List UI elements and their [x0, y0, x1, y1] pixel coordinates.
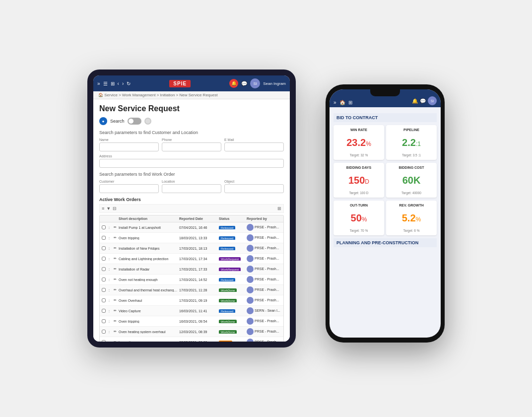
td-checkbox[interactable]: [102, 257, 109, 261]
table-row[interactable]: : ✏ Overhaul and thermal heat exchange r…: [100, 285, 283, 295]
object-select[interactable]: [224, 184, 284, 193]
td-reporter: PRSE - Prash...: [247, 255, 281, 262]
td-col1: :: [109, 299, 114, 302]
metric-card: BIDDING COST 60K Target: 40000: [386, 163, 437, 198]
td-col1: :: [109, 320, 114, 323]
table-row[interactable]: : ✏ Oven Overhaul 17/03/2021, 09:19 Work…: [100, 295, 283, 306]
forward-icon[interactable]: ›: [122, 81, 124, 86]
td-checkbox[interactable]: [102, 267, 109, 272]
phone-messages-icon[interactable]: 💬: [420, 98, 426, 104]
td-status: WorkDone: [219, 288, 247, 292]
td-checkbox[interactable]: [102, 236, 109, 240]
td-edit-icon[interactable]: ✏: [114, 236, 119, 240]
td-desc: Installation of New Fridges: [119, 247, 179, 250]
table-row[interactable]: : ✏ Oven tripping 18/03/2021, 13:33 Rele…: [100, 233, 283, 243]
menu-icon[interactable]: ☰: [103, 81, 108, 86]
td-date: 17/03/2021, 11:28: [179, 288, 219, 292]
phone-wrapper: » 🏠 ⊞ 🔔 💬 SI BID TO CONTRACT WIN RATE 23…: [326, 84, 445, 343]
td-reporter: PRSE - Prash...: [247, 328, 281, 335]
td-status: WorkDone: [219, 330, 247, 334]
email-field: E Mail: [224, 138, 284, 151]
phone-notch: [370, 89, 400, 96]
toggle-switch[interactable]: [128, 118, 141, 125]
td-checkbox[interactable]: [102, 330, 109, 334]
table-row[interactable]: : ✏ Installation of New Fridges 17/03/20…: [100, 243, 283, 254]
messages-icon[interactable]: 💬: [241, 81, 247, 86]
td-checkbox[interactable]: [102, 309, 109, 313]
phone-grid-icon[interactable]: ⊞: [348, 100, 352, 105]
th-col1: [109, 217, 114, 220]
filter-icon[interactable]: ▼: [106, 206, 111, 211]
td-edit-icon[interactable]: ✏: [114, 309, 119, 313]
notification-bell[interactable]: 🔔: [229, 79, 238, 88]
name-select[interactable]: [99, 142, 159, 151]
section2-label: Search parameters to find Work Order: [99, 172, 284, 177]
td-edit-icon[interactable]: ✏: [114, 257, 119, 261]
td-checkbox[interactable]: [102, 298, 109, 303]
td-edit-icon[interactable]: ✏: [114, 267, 119, 271]
phone-expand-icon[interactable]: »: [333, 100, 336, 105]
phone-bell-icon[interactable]: 🔔: [412, 98, 418, 104]
email-select[interactable]: [224, 142, 284, 151]
td-checkbox[interactable]: [102, 278, 109, 282]
td-edit-icon[interactable]: ✏: [114, 319, 119, 323]
customer-field: Customer: [99, 180, 159, 193]
columns-icon[interactable]: ⊟: [113, 206, 117, 211]
table-row[interactable]: : ✏ Oven not heating enough 17/03/2021, …: [100, 275, 283, 285]
table-row[interactable]: : ✏ Inspection 03/03/2021, 08:00 Started…: [100, 337, 283, 342]
list-icon[interactable]: ≡: [102, 206, 104, 211]
user-avatar[interactable]: SI: [250, 78, 260, 88]
td-checkbox[interactable]: [102, 225, 109, 230]
refresh-icon[interactable]: ↻: [127, 81, 131, 86]
settings-icon[interactable]: ⊞: [277, 206, 281, 211]
table-row[interactable]: : ✏ Oven heating system overhaul 12/03/2…: [100, 327, 283, 337]
td-checkbox[interactable]: [102, 340, 109, 342]
search-bar-row: ● Search: [99, 117, 284, 125]
td-reporter: PRSE - Prash...: [247, 286, 281, 293]
td-status: Released: [219, 278, 247, 281]
td-edit-icon[interactable]: ✏: [114, 278, 119, 281]
td-edit-icon[interactable]: ✏: [114, 298, 119, 302]
toggle-button[interactable]: ●: [99, 117, 107, 125]
customer-select[interactable]: [99, 184, 159, 193]
td-checkbox[interactable]: [102, 246, 109, 251]
tablet-navbar: » ☰ ⊞ ‹ › ↻ SPIE 🔔 💬 SI Sean Ingram: [93, 75, 290, 91]
td-edit-icon[interactable]: ✏: [114, 288, 119, 292]
table-row[interactable]: : ✏ Video Capture 16/03/2021, 11:41 Rele…: [100, 306, 283, 316]
address-select[interactable]: [99, 159, 284, 168]
th-checkbox: [102, 217, 109, 220]
grid-icon[interactable]: ⊞: [111, 81, 115, 86]
location-select[interactable]: [162, 184, 221, 193]
td-edit-icon[interactable]: ✏: [114, 246, 119, 250]
td-edit-icon[interactable]: ✏: [114, 330, 119, 334]
table-row[interactable]: : ✏ Installation of Radar 17/03/2021, 17…: [100, 264, 283, 275]
td-col1: :: [109, 288, 114, 292]
name-label: Name: [99, 138, 159, 141]
metric-target: Target: 100 D: [349, 191, 368, 195]
td-edit-icon[interactable]: ✏: [114, 225, 119, 229]
expand-icon[interactable]: »: [97, 81, 100, 86]
td-checkbox[interactable]: [102, 288, 109, 292]
td-col1: :: [109, 309, 114, 313]
td-col1: :: [109, 330, 114, 334]
metric-label: WIN RATE: [336, 128, 381, 132]
active-work-orders: Active Work Orders ≡ ▼ ⊟ ⊞: [99, 197, 284, 342]
td-edit-icon[interactable]: ✏: [114, 340, 119, 342]
table-row[interactable]: : ✏ Install Pump 1 at Langshott 07/04/20…: [100, 222, 283, 233]
td-checkbox[interactable]: [102, 319, 109, 324]
metric-target: Target: 3.5 :1: [402, 153, 421, 157]
table-row[interactable]: : ✏ Cabling and Lightning protection 17/…: [100, 254, 283, 264]
metric-card: PIPELINE 2.2:1 Target: 3.5 :1: [386, 125, 437, 160]
customer-label: Customer: [99, 180, 159, 183]
th-status: Status: [219, 217, 247, 220]
section1-label: Search parameters to find Customer and L…: [99, 130, 284, 135]
user-name: Sean Ingram: [263, 81, 286, 86]
phone-select[interactable]: [162, 142, 221, 151]
phone-avatar[interactable]: SI: [428, 96, 437, 105]
table-row[interactable]: : ✏ Oven tripping 16/03/2021, 09:54 Work…: [100, 316, 283, 327]
phone-home-icon[interactable]: 🏠: [339, 100, 345, 105]
td-status: Released: [219, 247, 247, 250]
td-desc: Oven tripping: [119, 320, 179, 323]
toggle-circle: [144, 118, 151, 125]
back-icon[interactable]: ‹: [118, 81, 119, 86]
